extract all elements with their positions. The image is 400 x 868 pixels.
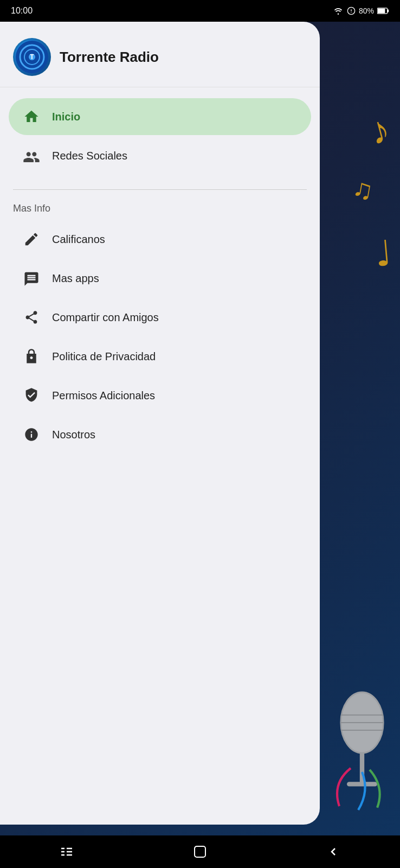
logo-svg: T (16, 41, 48, 73)
drawer-header: T Torrente Radio (0, 22, 320, 87)
nav-item-mas-apps[interactable]: Mas apps (9, 260, 311, 297)
nav-section: Inicio Redes Sociales (0, 87, 320, 185)
svg-point-8 (351, 12, 351, 12)
svg-rect-5 (347, 782, 377, 786)
notification-icon (347, 7, 356, 15)
nav-item-nosotros[interactable]: Nosotros (9, 416, 311, 453)
info-icon (22, 425, 41, 444)
mas-info-label: Mas Info (0, 199, 320, 219)
recent-apps-icon (59, 845, 74, 858)
wifi-icon (333, 7, 344, 15)
app-title: Torrente Radio (60, 49, 159, 66)
battery-text: 80% (359, 7, 374, 15)
people-icon (22, 146, 41, 165)
shield-check-icon (22, 386, 41, 405)
nav-item-permisos[interactable]: Permisos Adicionales (9, 377, 311, 414)
chat-icon (22, 269, 41, 288)
divider (13, 189, 307, 190)
permisos-label: Permisos Adicionales (52, 390, 155, 402)
system-home-button[interactable] (184, 841, 216, 863)
back-icon (327, 845, 340, 858)
music-note-2: ♫ (350, 172, 376, 207)
nav-item-privacidad[interactable]: Politica de Privacidad (9, 338, 311, 375)
app-logo: T (13, 38, 51, 76)
battery-icon (377, 8, 389, 14)
redes-sociales-label: Redes Sociales (52, 150, 127, 162)
compartir-label: Compartir con Amigos (52, 311, 159, 324)
music-note-1: ♪ (365, 107, 395, 154)
svg-rect-11 (378, 9, 385, 13)
status-time: 10:00 (11, 6, 33, 16)
share-icon (22, 308, 41, 327)
status-icons: 80% (333, 7, 389, 15)
logo-inner: T (15, 40, 50, 75)
inicio-label: Inicio (52, 111, 80, 123)
recent-apps-button[interactable] (50, 841, 83, 863)
nosotros-label: Nosotros (52, 429, 95, 441)
privacidad-label: Politica de Privacidad (52, 350, 156, 363)
nav-item-inicio[interactable]: Inicio (9, 98, 311, 135)
nav-item-compartir[interactable]: Compartir con Amigos (9, 299, 311, 336)
microphone-decoration (324, 662, 400, 814)
star-edit-icon (22, 229, 41, 249)
nav-item-calificanos[interactable]: Calificanos (9, 221, 311, 258)
music-note-3: ♩ (373, 233, 393, 275)
home-button-icon (192, 844, 208, 859)
calificanos-label: Calificanos (52, 233, 105, 246)
home-icon (22, 107, 41, 126)
drawer: T Torrente Radio Inicio Redes Social (0, 22, 320, 825)
nav-item-redes-sociales[interactable]: Redes Sociales (9, 137, 311, 174)
bottom-navigation (0, 835, 400, 868)
svg-rect-10 (388, 9, 389, 12)
svg-text:T: T (30, 53, 34, 61)
back-button[interactable] (317, 841, 350, 863)
music-decoration: ♪ ♫ ♩ (313, 0, 400, 868)
mas-apps-label: Mas apps (52, 272, 99, 285)
lock-icon (22, 347, 41, 366)
status-bar: 10:00 80% (0, 0, 400, 22)
svg-rect-23 (195, 846, 205, 857)
